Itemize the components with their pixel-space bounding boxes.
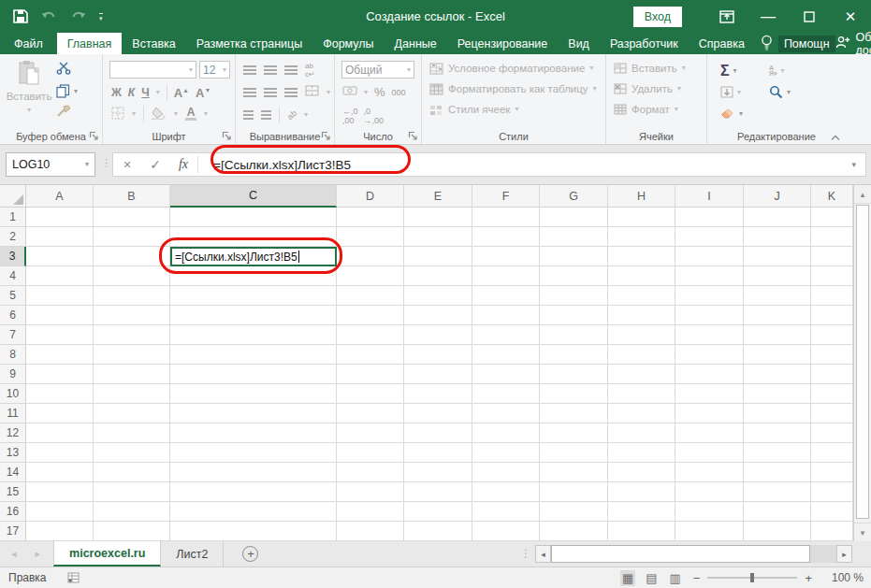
row-header-11[interactable]: 11: [0, 404, 26, 423]
cell-C14[interactable]: [170, 463, 337, 482]
cell-G5[interactable]: [540, 286, 608, 306]
cell-K15[interactable]: [811, 482, 853, 502]
row-header-9[interactable]: 9: [0, 365, 26, 384]
cell-I11[interactable]: [675, 404, 744, 423]
cell-C17[interactable]: [170, 522, 337, 541]
cell-J8[interactable]: [744, 345, 811, 365]
copy-button[interactable]: ▾: [56, 84, 78, 98]
cell-H16[interactable]: [608, 502, 675, 522]
cell-F14[interactable]: [472, 463, 540, 482]
underline-dropdown-icon[interactable]: ▾: [156, 89, 160, 96]
cell-D9[interactable]: [337, 365, 404, 384]
row-header-12[interactable]: 12: [0, 423, 26, 443]
row-header-16[interactable]: 16: [0, 502, 26, 522]
cell-E3[interactable]: [404, 247, 472, 266]
cell-I6[interactable]: [675, 306, 744, 325]
cell-H6[interactable]: [608, 306, 675, 325]
autosum-button[interactable]: Σ▾: [720, 64, 769, 79]
cell-J2[interactable]: [744, 227, 811, 247]
cell-F12[interactable]: [472, 423, 540, 443]
maximize-button[interactable]: [789, 0, 830, 33]
cell-F2[interactable]: [472, 227, 540, 247]
italic-button[interactable]: К: [128, 86, 135, 99]
font-color-icon[interactable]: А: [185, 108, 196, 121]
decrease-font-icon[interactable]: А▼: [196, 86, 210, 100]
redo-icon[interactable]: [70, 10, 86, 22]
wrap-text-icon[interactable]: abc↵: [305, 62, 315, 79]
cell-I1[interactable]: [675, 208, 744, 227]
currency-icon[interactable]: [342, 85, 357, 99]
row-header-17[interactable]: 17: [0, 522, 26, 541]
align-middle-icon[interactable]: [264, 65, 277, 75]
cell-D6[interactable]: [337, 306, 404, 325]
cell-E15[interactable]: [404, 482, 472, 502]
underline-button[interactable]: Ч: [141, 86, 149, 99]
cell-G12[interactable]: [540, 423, 608, 443]
cell-H1[interactable]: [608, 208, 675, 227]
copy-dropdown-icon[interactable]: ▾: [74, 88, 78, 95]
number-format-combobox[interactable]: Общий▾: [341, 61, 414, 79]
cell-I17[interactable]: [675, 522, 744, 541]
horizontal-scrollbar[interactable]: ◂ ▸: [535, 545, 853, 563]
collapse-ribbon-icon[interactable]: [831, 131, 840, 138]
row-header-15[interactable]: 15: [0, 482, 26, 502]
cell-E7[interactable]: [404, 325, 472, 345]
decrease-decimal-icon[interactable]: ,0→,00: [364, 107, 385, 125]
name-box-dropdown-icon[interactable]: ▾: [85, 161, 89, 168]
cell-J9[interactable]: [744, 365, 811, 384]
cell-D10[interactable]: [337, 384, 404, 404]
cell-B7[interactable]: [94, 325, 170, 345]
cell-D3[interactable]: [337, 247, 404, 266]
tell-me-assistant[interactable]: Помощн: [761, 35, 835, 53]
cell-J17[interactable]: [744, 522, 811, 541]
cell-B17[interactable]: [94, 522, 170, 541]
enter-icon[interactable]: ✓: [141, 157, 169, 172]
cell-H14[interactable]: [608, 463, 675, 482]
cell-E6[interactable]: [404, 306, 472, 325]
paste-button[interactable]: Вставить ▾: [6, 60, 52, 115]
cell-G3[interactable]: [540, 247, 608, 266]
cell-J15[interactable]: [744, 482, 811, 502]
cell-H2[interactable]: [608, 227, 675, 247]
cell-B10[interactable]: [94, 384, 170, 404]
cell-E5[interactable]: [404, 286, 472, 306]
row-header-14[interactable]: 14: [0, 463, 26, 482]
scroll-up-icon[interactable]: ▴: [854, 185, 871, 204]
tab-Вставка[interactable]: Вставка: [122, 33, 185, 54]
cell-D5[interactable]: [337, 286, 404, 306]
insert-function-icon[interactable]: fx: [169, 157, 197, 172]
cell-C8[interactable]: [170, 345, 337, 365]
row-header-5[interactable]: 5: [0, 286, 26, 306]
align-bottom-icon[interactable]: [284, 65, 298, 75]
cell-H12[interactable]: [608, 423, 675, 443]
cell-A17[interactable]: [26, 522, 94, 541]
decrease-indent-icon[interactable]: [243, 110, 254, 120]
column-header-F[interactable]: F: [472, 185, 540, 208]
cell-G15[interactable]: [540, 482, 608, 502]
font-size-combobox[interactable]: 12▾: [199, 61, 230, 79]
cell-I2[interactable]: [675, 227, 744, 247]
cell-F9[interactable]: [472, 365, 540, 384]
cell-J14[interactable]: [744, 463, 811, 482]
horizontal-scroll-thumb[interactable]: [551, 545, 810, 563]
increase-font-icon[interactable]: А▲: [174, 86, 189, 100]
cell-K1[interactable]: [811, 208, 853, 227]
cell-K11[interactable]: [811, 404, 853, 423]
cell-C16[interactable]: [170, 502, 337, 522]
tab-Разметка страницы[interactable]: Разметка страницы: [186, 33, 312, 54]
cell-H15[interactable]: [608, 482, 675, 502]
cell-I10[interactable]: [675, 384, 744, 404]
cell-D8[interactable]: [337, 345, 404, 365]
cell-E4[interactable]: [404, 266, 472, 286]
close-button[interactable]: ✕: [830, 0, 871, 33]
cell-F13[interactable]: [472, 443, 540, 463]
cell-E8[interactable]: [404, 345, 472, 365]
cell-I5[interactable]: [675, 286, 744, 306]
column-header-E[interactable]: E: [404, 185, 472, 208]
cell-A10[interactable]: [26, 384, 94, 404]
cell-E17[interactable]: [404, 522, 472, 541]
tab-Вид[interactable]: Вид: [558, 33, 600, 54]
cell-K9[interactable]: [811, 365, 853, 384]
cell-K8[interactable]: [811, 345, 853, 365]
cell-J10[interactable]: [744, 384, 811, 404]
